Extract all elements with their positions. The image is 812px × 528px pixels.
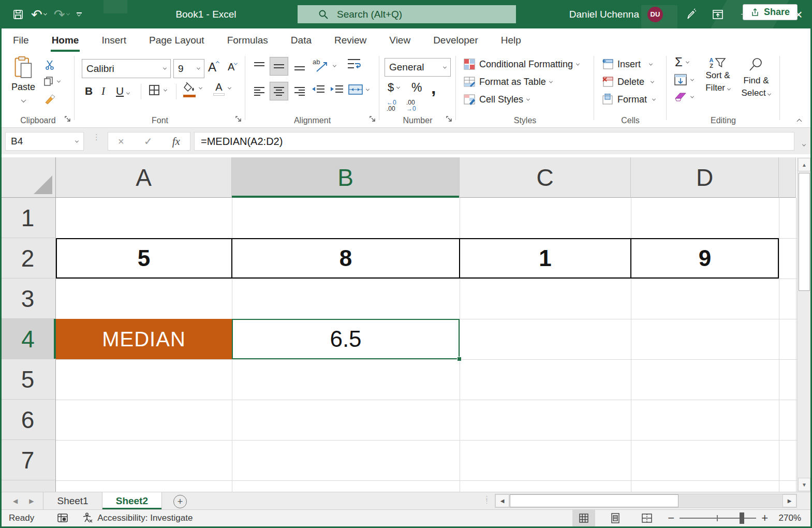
italic-button[interactable]: I [101,85,105,98]
tab-review[interactable]: Review [323,28,378,52]
row-header-4[interactable]: 4 [0,319,56,359]
vertical-scrollbar[interactable]: ▲ ▼ [797,157,810,492]
increase-indent-button[interactable] [329,84,344,98]
align-top-button[interactable] [250,58,268,75]
font-size-select[interactable]: 9 [173,59,204,78]
number-format-select[interactable]: General [385,58,451,77]
enter-button[interactable]: ✓ [144,135,153,148]
zoom-slider[interactable] [680,518,756,519]
number-dialog-launcher[interactable] [446,115,452,124]
avatar[interactable]: DU [647,7,663,22]
underline-button[interactable]: U [116,85,129,97]
format-as-table-button[interactable]: Format as Table [463,76,552,88]
scroll-down-button[interactable]: ▼ [798,478,810,491]
tab-view[interactable]: View [378,28,422,52]
name-box[interactable]: B4 [5,132,84,151]
horizontal-scrollbar[interactable]: ◀ ▶ [495,494,797,508]
coaching-button[interactable] [677,0,704,28]
autosum-button[interactable]: Σ [675,56,689,68]
percent-style-button[interactable]: % [411,81,422,95]
decrease-font-size-button[interactable]: A [228,61,237,73]
sheet-tab-sheet2[interactable]: Sheet2 [102,492,162,509]
cell-styles-button[interactable]: Cell Styles [463,93,529,106]
vertical-scrollbar-thumb[interactable] [799,173,810,291]
find-select-button[interactable]: Find & Select [738,57,774,99]
fill-button[interactable] [674,74,693,86]
fill-handle[interactable] [457,357,462,361]
zoom-in-button[interactable]: + [761,512,768,524]
clipboard-dialog-launcher[interactable] [64,115,71,124]
cell-A4[interactable]: MEDIAN [56,319,232,359]
conditional-formatting-button[interactable]: Conditional Formatting [463,58,579,70]
worksheet-grid[interactable]: ABCD123456785819MEDIAN6.5 [0,157,797,492]
format-painter-button[interactable] [44,93,56,107]
zoom-level[interactable]: 270% [768,513,801,523]
decrease-indent-button[interactable] [311,84,325,98]
sheet-tab-sheet1[interactable]: Sheet1 [43,492,102,509]
page-break-view-button[interactable] [636,510,658,527]
tab-developer[interactable]: Developer [422,28,490,52]
cut-button[interactable] [44,59,55,72]
row-header-5[interactable]: 5 [0,359,56,400]
borders-button[interactable] [148,84,167,96]
orientation-button[interactable]: ab [313,58,336,74]
normal-view-button[interactable] [572,510,595,527]
page-layout-view-button[interactable] [604,510,627,527]
accounting-format-button[interactable]: $ [388,81,400,94]
wrap-text-button[interactable] [347,57,361,74]
insert-function-button[interactable]: fx [172,135,180,148]
fill-color-button[interactable] [183,82,202,97]
increase-font-size-button[interactable]: A [208,60,219,75]
tab-file[interactable]: File [2,28,40,52]
search-input[interactable]: Search (Alt+Q) [298,5,516,23]
scroll-up-button[interactable]: ▲ [798,158,810,171]
delete-cells-button[interactable]: Delete [601,76,654,88]
sheet-next-button[interactable]: ▶ [29,497,34,505]
copy-button[interactable] [43,76,60,87]
row-header-2[interactable]: 2 [0,238,56,278]
tab-page-layout[interactable]: Page Layout [138,28,216,52]
alignment-dialog-launcher[interactable] [369,115,376,124]
row-header-1[interactable]: 1 [0,198,56,238]
zoom-out-button[interactable]: − [668,512,674,524]
align-left-button[interactable] [250,83,268,99]
paste-button[interactable]: Paste [9,56,38,105]
share-button[interactable]: Share [743,4,798,20]
increase-decimal-button[interactable]: ←0 .00 [387,99,396,112]
zoom-slider-thumb[interactable] [740,512,744,524]
formula-bar-handle[interactable]: ⋮ [93,135,100,139]
user-name[interactable]: Daniel Uchenna [569,9,639,20]
column-header-D[interactable]: D [631,157,779,198]
decrease-decimal-button[interactable]: .00 →0 [406,99,416,112]
accessibility-status[interactable]: Accessibility: Investigate [82,512,193,524]
tab-data[interactable]: Data [279,28,323,52]
font-color-button[interactable]: A [213,82,231,96]
formula-input[interactable]: =MEDIAN(A2:D2) [194,132,794,151]
column-header-C[interactable]: C [460,157,631,198]
row-header-7[interactable]: 7 [0,440,56,480]
splitter-handle[interactable]: ⋮⋮ [484,496,490,503]
new-sheet-button[interactable]: + [173,495,187,508]
row-header-6[interactable]: 6 [0,400,56,440]
row-header-3[interactable]: 3 [0,278,56,319]
sheet-prev-button[interactable]: ◀ [13,497,18,505]
insert-cells-button[interactable]: Insert [601,58,652,70]
cancel-button[interactable]: × [118,136,124,148]
sort-filter-button[interactable]: AZ Sort & Filter [700,57,736,94]
align-middle-button[interactable] [270,57,288,76]
font-dialog-launcher[interactable] [235,115,242,124]
scroll-left-button[interactable]: ◀ [495,494,509,507]
tab-help[interactable]: Help [490,28,533,52]
expand-formula-bar-button[interactable] [803,139,805,149]
tab-insert[interactable]: Insert [90,28,138,52]
format-cells-button[interactable]: Format [601,93,655,106]
align-center-button[interactable] [270,82,288,100]
font-family-select[interactable]: Calibri [82,59,171,78]
macro-record-button[interactable] [57,513,68,523]
column-header-B[interactable]: B [232,157,460,198]
align-right-button[interactable] [291,83,308,99]
column-header-A[interactable]: A [56,157,232,198]
select-all-corner[interactable] [0,157,56,198]
horizontal-scrollbar-thumb[interactable] [510,494,678,507]
bold-button[interactable]: B [85,85,93,97]
